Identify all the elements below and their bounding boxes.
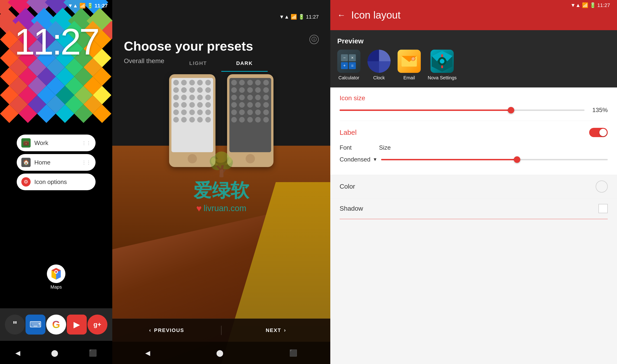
dot <box>231 102 237 108</box>
dark-phone-home-btn <box>246 154 255 163</box>
dot <box>239 117 245 122</box>
home-folder[interactable]: 🏠 Home ⋮⋮ <box>17 154 96 171</box>
dot <box>263 117 269 122</box>
app-dock: " ⌨ G ▶ g+ <box>0 308 112 341</box>
label-section: Label Font Size Condensed ▼ <box>330 121 617 175</box>
dot <box>255 95 261 100</box>
icon-size-slider-thumb[interactable] <box>508 107 514 114</box>
dot <box>181 95 187 100</box>
email-icon: @ <box>398 50 421 73</box>
hangouts-icon[interactable]: " <box>5 315 25 335</box>
prev-chevron-icon: ‹ <box>149 327 151 333</box>
svg-point-69 <box>55 271 57 273</box>
next-button[interactable]: NEXT › <box>221 327 330 333</box>
presets-signal-icon: ▼▲ <box>279 14 289 20</box>
dark-phone-mockup <box>227 74 273 167</box>
tab-light[interactable]: LIGHT <box>175 56 221 72</box>
shadow-label: Shadow <box>340 205 363 212</box>
previous-button[interactable]: ‹ PREVIOUS <box>112 327 221 333</box>
maps-label: Maps <box>47 285 65 290</box>
font-size-slider[interactable] <box>381 159 608 160</box>
clock-preview: Clock <box>367 50 391 80</box>
maps-app-icon[interactable]: Maps <box>47 264 65 290</box>
dot <box>205 80 211 85</box>
dot <box>197 117 203 122</box>
dot <box>173 87 179 93</box>
icon-size-slider-track[interactable] <box>340 109 585 111</box>
clock-face <box>367 50 391 73</box>
font-column-label: Font <box>340 144 372 151</box>
work-folder[interactable]: 💼 Work ⋮⋮ <box>17 135 96 151</box>
dot <box>231 109 237 115</box>
home-folder-label: Home <box>34 159 78 166</box>
gplus-icon[interactable]: g+ <box>88 315 107 335</box>
dot <box>173 102 179 108</box>
color-picker-button[interactable] <box>596 181 608 193</box>
dot <box>263 87 269 93</box>
dot <box>181 87 187 93</box>
dot <box>247 102 253 108</box>
font-size-thumb[interactable] <box>514 156 520 163</box>
presets-recents-button[interactable]: ⬛ <box>289 349 297 357</box>
theme-tabs: LIGHT DARK <box>112 56 330 72</box>
dot <box>263 80 269 85</box>
back-button[interactable]: ◀ <box>15 349 20 357</box>
tab-dark[interactable]: DARK <box>221 56 268 72</box>
youtube-icon[interactable]: ▶ <box>67 315 87 335</box>
clock-label: Clock <box>373 75 385 80</box>
dot <box>173 80 179 85</box>
status-time: 11:27 <box>95 3 108 9</box>
status-icons: ▼▲ 📶 🔋 11:27 <box>68 3 108 9</box>
dot <box>255 80 261 85</box>
svg-rect-79 <box>441 65 443 68</box>
keyboard-icon[interactable]: ⌨ <box>26 315 45 335</box>
icon-options-label: Icon options <box>34 178 91 186</box>
icon-layout-title: Icon layout <box>351 9 401 21</box>
label-toggle[interactable] <box>589 128 608 137</box>
dot <box>231 95 237 100</box>
presets-battery-icon: 🔋 <box>298 14 305 20</box>
dot <box>263 109 269 115</box>
icon-layout-panel: ▼▲ 📶 🔋 11:27 ← Icon layout Preview − × +… <box>330 0 617 364</box>
dot <box>173 109 179 115</box>
presets-bottom-nav: ‹ PREVIOUS NEXT › <box>112 319 330 342</box>
nova-settings-label: Nova Settings <box>428 75 457 80</box>
shadow-checkbox[interactable] <box>598 204 608 213</box>
dot <box>247 117 253 122</box>
dot <box>231 80 237 85</box>
presets-back-button[interactable]: ◀ <box>145 349 150 357</box>
work-folder-label: Work <box>34 139 78 147</box>
recents-button[interactable]: ⬛ <box>89 349 97 357</box>
dot <box>189 95 195 100</box>
dot <box>189 117 195 122</box>
svg-rect-78 <box>441 54 443 57</box>
email-preview: @ Email <box>398 50 421 80</box>
icon-size-slider-fill <box>340 109 511 111</box>
dot <box>263 95 269 100</box>
next-label: NEXT <box>266 327 281 333</box>
layout-wifi-icon: 📶 <box>582 2 588 8</box>
dot <box>197 87 203 93</box>
dot <box>247 80 253 85</box>
work-folder-handle: ⋮⋮ <box>82 140 91 146</box>
dot <box>205 117 211 122</box>
google-icon[interactable]: G <box>46 315 66 335</box>
presets-status-bar: ▼▲ 📶 🔋 11:27 <box>124 14 319 20</box>
font-dropdown[interactable]: Condensed ▼ <box>340 156 377 163</box>
back-arrow-button[interactable]: ← <box>337 10 346 20</box>
next-chevron-icon: › <box>284 327 286 333</box>
shadow-row: Shadow <box>330 198 617 219</box>
presets-home-button[interactable]: ⬤ <box>216 349 223 357</box>
size-column-label: Size <box>379 144 411 151</box>
work-folder-icon: 💼 <box>21 138 31 148</box>
dot <box>189 109 195 115</box>
icon-options-folder[interactable]: ⚙ Icon options <box>17 173 96 190</box>
dot <box>247 95 253 100</box>
dot <box>205 102 211 108</box>
calculator-preview: − × + = Calculator <box>337 50 360 80</box>
previous-label: PREVIOUS <box>154 327 184 333</box>
icon-size-slider-row: 135% <box>330 104 617 121</box>
wifi-icon: 📶 <box>79 3 86 9</box>
dot <box>205 109 211 115</box>
home-button[interactable]: ⬤ <box>51 349 58 357</box>
